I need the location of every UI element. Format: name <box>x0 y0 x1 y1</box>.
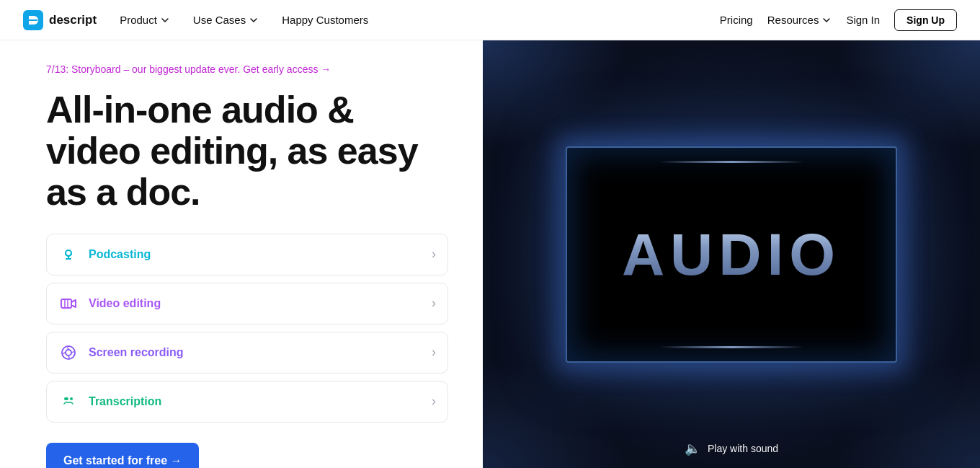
corner-glow-br <box>836 360 980 468</box>
svg-point-7 <box>66 350 71 356</box>
video-container: AUDIO 🔈 Play with sound <box>483 40 980 468</box>
feature-transcription[interactable]: Transcription › <box>46 381 448 423</box>
svg-rect-1 <box>29 19 37 21</box>
feature-podcasting[interactable]: Podcasting › <box>46 234 448 275</box>
nav-use-cases[interactable]: Use Cases <box>193 14 259 26</box>
right-panel: AUDIO 🔈 Play with sound <box>483 40 980 468</box>
video-background: AUDIO 🔈 Play with sound <box>483 40 980 468</box>
announcement-banner[interactable]: 7/13: Storyboard – our biggest update ev… <box>46 63 448 75</box>
transcription-arrow: › <box>432 394 436 409</box>
corner-glow-tr <box>836 40 980 149</box>
corner-glow-bl <box>483 360 627 468</box>
screen-recording-label: Screen recording <box>89 346 184 359</box>
nav-right: Pricing Resources Sign In Sign Up <box>720 9 957 31</box>
nav-product[interactable]: Product <box>120 14 170 26</box>
corner-glow-tl <box>483 40 627 149</box>
transcription-label: Transcription <box>89 395 161 408</box>
svg-rect-3 <box>61 299 71 308</box>
audio-display-text: AUDIO <box>622 221 841 288</box>
hero-title: All-in-one audio & video editing, as eas… <box>46 89 448 213</box>
left-panel: 7/13: Storyboard – our biggest update ev… <box>0 40 483 468</box>
nav-product-label: Product <box>120 14 157 26</box>
feature-list: Podcasting › Video editing <box>46 234 448 423</box>
video-editing-arrow: › <box>432 296 436 311</box>
logo-text: descript <box>49 13 97 27</box>
nav-happy-customers-label: Happy Customers <box>282 14 368 26</box>
nav-resources[interactable]: Resources <box>767 14 832 26</box>
audio-display-frame: AUDIO <box>566 146 897 363</box>
audio-underline <box>659 346 803 348</box>
main-content: 7/13: Storyboard – our biggest update ev… <box>0 40 980 468</box>
video-editing-label: Video editing <box>89 297 161 310</box>
signup-button[interactable]: Sign Up <box>894 9 957 31</box>
navigation: descript Product Use Cases Happy Custome… <box>0 0 980 40</box>
logo[interactable]: descript <box>23 10 97 30</box>
transcription-icon <box>58 392 79 412</box>
signin-link[interactable]: Sign In <box>846 14 880 26</box>
sound-icon: 🔈 <box>685 441 700 456</box>
nav-use-cases-label: Use Cases <box>193 14 246 26</box>
video-editing-icon <box>58 293 79 314</box>
podcasting-arrow: › <box>432 247 436 262</box>
podcasting-icon <box>58 244 79 265</box>
nav-left: descript Product Use Cases Happy Custome… <box>23 10 368 30</box>
descript-logo-icon <box>23 10 43 30</box>
nav-pricing-label: Pricing <box>720 14 753 26</box>
feature-video-editing[interactable]: Video editing › <box>46 283 448 324</box>
chevron-down-icon <box>249 15 259 25</box>
nav-happy-customers[interactable]: Happy Customers <box>282 14 368 26</box>
announcement-text: 7/13: Storyboard – our biggest update ev… <box>46 63 331 75</box>
feature-screen-recording[interactable]: Screen recording › <box>46 332 448 374</box>
cta-button[interactable]: Get started for free → <box>46 443 199 468</box>
podcasting-label: Podcasting <box>89 248 151 261</box>
nav-resources-label: Resources <box>767 14 819 26</box>
audio-overline <box>659 161 803 163</box>
play-with-sound-control[interactable]: 🔈 Play with sound <box>685 441 778 456</box>
screen-recording-arrow: › <box>432 345 436 360</box>
play-sound-label: Play with sound <box>708 443 778 454</box>
screen-recording-icon <box>58 343 79 363</box>
chevron-down-icon <box>821 15 832 25</box>
nav-pricing[interactable]: Pricing <box>720 14 753 26</box>
chevron-down-icon <box>160 15 170 25</box>
